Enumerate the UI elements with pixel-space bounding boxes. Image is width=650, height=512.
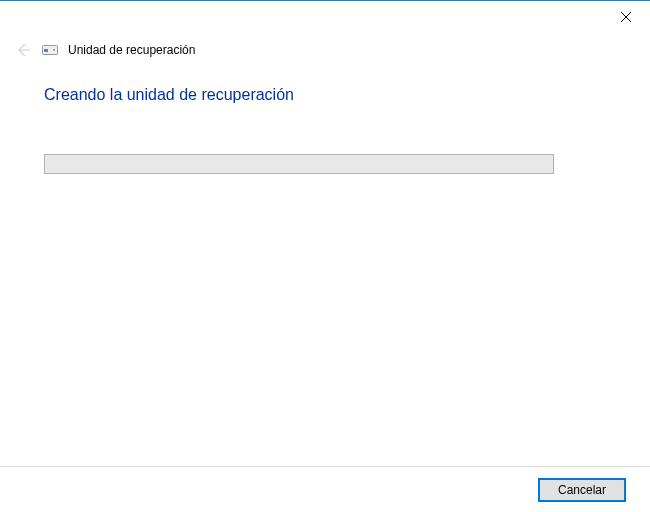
back-arrow-icon: [15, 42, 31, 58]
content-area: Creando la unidad de recuperación: [44, 86, 606, 174]
close-button[interactable]: [614, 5, 638, 29]
drive-icon: [42, 44, 58, 56]
svg-rect-4: [44, 49, 48, 52]
wizard-window: Unidad de recuperación Creando la unidad…: [0, 0, 650, 512]
svg-point-5: [53, 49, 55, 51]
header-row: Unidad de recuperación: [14, 41, 195, 59]
close-icon: [620, 11, 632, 23]
progress-bar: [44, 154, 554, 174]
back-button: [14, 41, 32, 59]
cancel-button[interactable]: Cancelar: [538, 478, 626, 502]
wizard-title: Unidad de recuperación: [68, 43, 195, 57]
footer: Cancelar: [0, 466, 650, 512]
page-heading: Creando la unidad de recuperación: [44, 86, 606, 104]
